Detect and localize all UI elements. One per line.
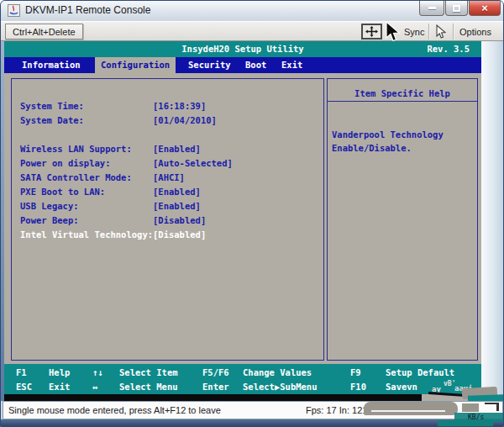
setting-label: Power Beep: (20, 215, 79, 225)
maximize-icon (453, 5, 460, 12)
bios-revision: Rev. 3.5 (427, 44, 470, 54)
setting-label: System Date: (20, 115, 84, 125)
setting-row-intel-vt-selected[interactable]: Intel Virtual Technology: [Disabled] (12, 229, 323, 244)
setting-value: [Enabled] (153, 144, 201, 154)
legend-row: F1 Help ↑↓ Select Item F5/F6 Change Valu… (4, 367, 481, 382)
window-frame-bottom (1, 419, 504, 427)
legend-label: Help (49, 367, 70, 377)
toolbar-separator (453, 24, 454, 40)
toolbar-separator (428, 24, 429, 40)
legend-key-leftright-icon: ↔ (92, 382, 97, 392)
setting-label: SATA Controller Mode: (20, 172, 132, 182)
minimize-button[interactable] (419, 1, 444, 16)
video-artifact-blob (364, 402, 458, 415)
legend-label: Select Menu (119, 382, 178, 392)
item-specific-help-panel: Item Specific Help Vanderpool Technology… (327, 78, 478, 361)
setting-row-wireless-lan[interactable]: Wireless LAN Support: [Enabled] (12, 144, 323, 158)
setting-value: [Enabled] (153, 187, 201, 197)
tab-security[interactable]: Security (188, 60, 231, 70)
setting-label: PXE Boot to LAN: (20, 187, 105, 197)
bios-menu-bar: Information Configuration Security Boot … (4, 57, 481, 73)
tab-exit[interactable]: Exit (281, 60, 302, 70)
setting-label: Power on display: (20, 158, 110, 168)
tab-boot[interactable]: Boot (245, 60, 266, 70)
video-artifact-text: KB/s (468, 414, 484, 421)
setting-value: [AHCI] (153, 172, 185, 182)
setting-row-system-time[interactable]: System Time: [16:18:39] (12, 101, 323, 115)
video-artifact-blob (462, 403, 479, 412)
sync-button[interactable]: Sync (404, 27, 424, 37)
close-icon: × (481, 3, 488, 13)
mouse-mode-cursor-icon[interactable] (434, 24, 448, 40)
key-legend-bar: F1 Help ↑↓ Select Item F5/F6 Change Valu… (4, 364, 481, 394)
setting-label: USB Legacy: (20, 201, 79, 211)
setting-row-power-on-display[interactable]: Power on display: [Auto-Selected] (12, 158, 323, 172)
java-app-icon (8, 4, 20, 17)
setting-value: [16:18:39] (153, 101, 206, 111)
legend-key: F5/F6 (202, 367, 229, 377)
setting-value: [01/04/2010] (153, 115, 217, 125)
settings-panel: System Time: [16:18:39] System Date: [01… (11, 78, 324, 361)
ctrl-alt-delete-button[interactable]: Ctrl+Alt+Delete (5, 24, 83, 40)
setting-row-usb-legacy[interactable]: USB Legacy: [Enabled] (12, 201, 323, 215)
legend-key: ESC (16, 382, 32, 392)
options-button[interactable]: Options (459, 27, 491, 37)
legend-label: Setup Default (386, 367, 454, 377)
mouse-cursor (383, 21, 402, 43)
help-panel-title: Item Specific Help (328, 88, 477, 98)
help-text: Enable/Disable. (332, 143, 412, 153)
legend-label: Savevn (386, 382, 417, 392)
ctrl-alt-delete-label: Ctrl+Alt+Delete (13, 27, 76, 37)
maximize-button[interactable] (445, 1, 468, 16)
status-message: Single mouse mode entered, press Alt+F12… (8, 405, 221, 415)
video-artifact-blob (485, 403, 499, 411)
minimize-icon (428, 7, 436, 9)
remote-bios-screen: InsydeH20 Setup Utility Rev. 3.5 Informa… (4, 41, 481, 401)
remote-console-window: DKVM-IP1 Remote Console × Ctrl+Alt+Delet… (0, 0, 504, 427)
legend-label: Change Values (243, 367, 312, 377)
legend-key: F1 (16, 367, 27, 377)
bios-title: InsydeH20 Setup Utility (4, 44, 481, 54)
setting-label: Wireless LAN Support: (20, 144, 132, 154)
legend-key: F9 (350, 367, 361, 377)
window-inner-background (481, 41, 503, 401)
close-button[interactable]: × (469, 1, 501, 16)
title-bar[interactable]: DKVM-IP1 Remote Console × (1, 1, 504, 21)
fit-screen-icon (365, 26, 378, 37)
setting-label: Intel Virtual Technology: (20, 229, 153, 240)
console-toolbar: Ctrl+Alt+Delete Sync Options (1, 21, 504, 41)
setting-value: [Disabled] (153, 215, 206, 225)
legend-label: Exit (49, 382, 70, 392)
legend-label: Select Item (119, 367, 178, 377)
setting-label: System Time: (20, 101, 84, 111)
legend-key-updown-icon: ↑↓ (92, 367, 103, 377)
tab-configuration[interactable]: Configuration (95, 57, 176, 73)
setting-row-pxe-boot[interactable]: PXE Boot to LAN: [Enabled] (12, 187, 323, 201)
window-title: DKVM-IP1 Remote Console (25, 4, 150, 16)
bios-main-area: System Time: [16:18:39] System Date: [01… (4, 73, 481, 364)
video-artifact-blob (371, 410, 445, 412)
tab-information[interactable]: Information (22, 60, 81, 70)
setting-value: [Disabled] (153, 229, 206, 240)
bios-header-bar: InsydeH20 Setup Utility Rev. 3.5 (4, 41, 481, 57)
setting-row-system-date[interactable]: System Date: [01/04/2010] (12, 115, 323, 129)
setting-row-sata-mode[interactable]: SATA Controller Mode: [AHCI] (12, 172, 323, 187)
screen-bottom-band (4, 394, 422, 401)
legend-label: Select▶SubMenu (243, 382, 318, 392)
help-panel-divider (328, 101, 477, 102)
setting-value: [Auto-Selected] (153, 158, 233, 168)
legend-key: F10 (350, 382, 366, 392)
legend-key: Enter (202, 382, 229, 392)
help-text: Vanderpool Technology (332, 129, 444, 140)
fit-screen-button[interactable] (361, 24, 382, 40)
settings-spacer (12, 129, 323, 144)
setting-row-power-beep[interactable]: Power Beep: [Disabled] (12, 215, 323, 229)
setting-value: [Enabled] (153, 201, 201, 211)
